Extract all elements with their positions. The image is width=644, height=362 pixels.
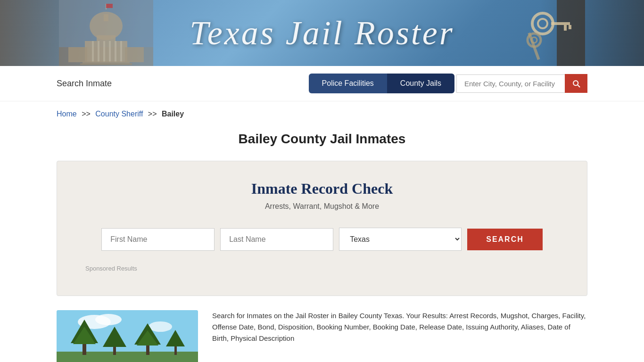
nav-right: Police Facilities County Jails <box>309 74 587 93</box>
svg-rect-17 <box>106 4 113 8</box>
breadcrumb-current: Bailey <box>162 110 184 118</box>
banner-title: Texas Jail Roster <box>190 14 454 53</box>
inmate-search-subtitle: Arrests, Warrant, Mugshot & More <box>85 202 559 211</box>
breadcrumb-county-sheriff-link[interactable]: County Sheriff <box>95 110 143 118</box>
nav-search-button[interactable] <box>565 74 587 93</box>
page-title-section: Bailey County Jail Inmates <box>0 127 644 161</box>
sponsored-results-label: Sponsored Results <box>85 265 559 272</box>
keys-icon <box>500 0 585 66</box>
svg-rect-22 <box>564 25 567 31</box>
inmate-search-title: Inmate Record Check <box>85 180 559 197</box>
svg-rect-13 <box>120 41 122 62</box>
breadcrumb-separator-1: >> <box>82 110 91 118</box>
first-name-input[interactable] <box>101 228 215 251</box>
svg-rect-3 <box>104 14 108 21</box>
breadcrumb-separator-2: >> <box>148 110 157 118</box>
svg-point-29 <box>95 314 122 325</box>
svg-point-30 <box>149 321 172 332</box>
police-facilities-button[interactable]: Police Facilities <box>309 74 387 93</box>
nav-search-input[interactable] <box>456 74 565 93</box>
header-banner: Texas Jail Roster <box>0 0 644 66</box>
svg-rect-9 <box>98 41 99 62</box>
svg-rect-18 <box>557 0 585 66</box>
bottom-description: Search for Inmates on the Jail Roster in… <box>212 310 587 344</box>
svg-rect-11 <box>109 41 111 62</box>
search-icon <box>571 79 581 88</box>
capitol-building-icon <box>59 0 153 66</box>
last-name-input[interactable] <box>220 228 333 251</box>
bottom-content: Search for Inmates on the Jail Roster in… <box>57 310 587 362</box>
svg-rect-15 <box>80 63 132 65</box>
svg-rect-10 <box>103 41 105 62</box>
svg-rect-6 <box>68 47 87 62</box>
inmate-search-form: Texas Alabama Alaska Arizona Arkansas Ca… <box>85 228 559 251</box>
svg-rect-12 <box>115 41 116 62</box>
state-select[interactable]: Texas Alabama Alaska Arizona Arkansas Ca… <box>339 228 462 251</box>
svg-rect-8 <box>92 41 94 62</box>
search-inmate-label: Search Inmate <box>57 79 112 89</box>
svg-rect-21 <box>551 22 570 25</box>
svg-point-19 <box>532 13 553 34</box>
nav-search-wrapper <box>456 74 587 93</box>
breadcrumb-home-link[interactable]: Home <box>57 110 77 118</box>
inmate-search-section: Inmate Record Check Arrests, Warrant, Mu… <box>57 161 587 296</box>
breadcrumb: Home >> County Sheriff >> Bailey <box>0 101 644 127</box>
county-jails-button[interactable]: County Jails <box>387 74 454 93</box>
bottom-thumbnail <box>57 310 198 362</box>
page-title: Bailey County Jail Inmates <box>0 132 644 147</box>
svg-rect-23 <box>569 25 571 29</box>
svg-rect-7 <box>125 47 144 62</box>
svg-point-20 <box>538 19 547 28</box>
svg-rect-4 <box>97 35 116 41</box>
inmate-search-button[interactable]: SEARCH <box>467 229 543 250</box>
nav-bar: Search Inmate Police Facilities County J… <box>0 66 644 101</box>
